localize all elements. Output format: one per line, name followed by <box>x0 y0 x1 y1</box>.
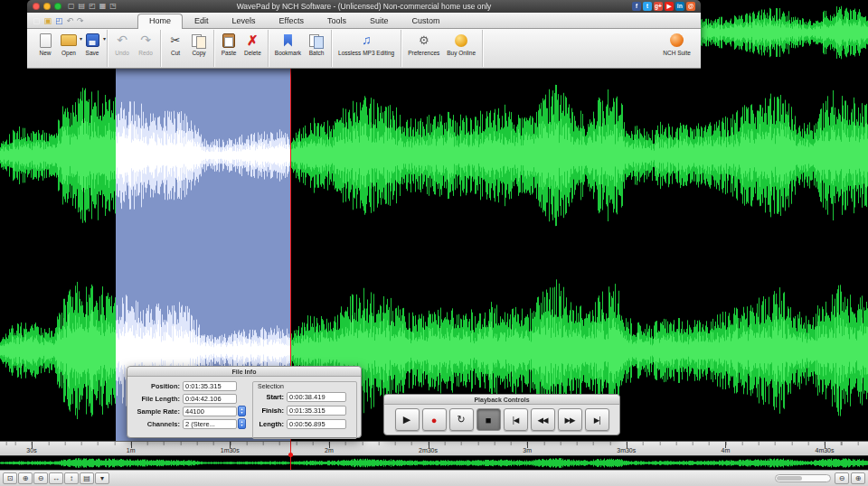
paste-label: Paste <box>222 50 237 56</box>
copy-button[interactable]: Copy <box>187 31 211 66</box>
view-mode-button[interactable]: ▤ <box>80 472 94 484</box>
close-button[interactable] <box>33 3 40 10</box>
zoom-in-horizontal-button[interactable]: ⊕ <box>18 472 33 484</box>
rewind-button[interactable]: ◀◀ <box>531 408 555 431</box>
delete-button[interactable]: ✗Delete <box>241 31 265 66</box>
zoom-in-button[interactable]: ⊕ <box>851 472 865 484</box>
cut-button[interactable]: ✂Cut <box>164 31 187 66</box>
open-folder-icon[interactable]: ▤ <box>79 1 86 12</box>
horizontal-scrollbar[interactable] <box>775 474 831 482</box>
minimize-button[interactable] <box>43 3 51 10</box>
save-file-icon[interactable]: ◰ <box>89 1 96 12</box>
zoom-vertical-button[interactable]: ↕ <box>64 472 79 484</box>
buy-icon <box>453 33 469 48</box>
twitter-icon[interactable]: t <box>643 2 652 11</box>
email-icon[interactable]: @ <box>686 2 695 11</box>
save-button[interactable]: ▾Save <box>80 31 104 66</box>
zoom-buttons: ⊡⊕⊖↔↕▤▾ <box>3 472 109 484</box>
nch-suite-button[interactable]: NCH Suite <box>659 31 694 66</box>
playback-buttons: ▶●↻■|◀◀◀▶▶▶| <box>384 405 619 431</box>
quick-access-toolbar: ▢▣◰↶↷ <box>33 15 84 26</box>
new-label: New <box>39 50 51 56</box>
fast-forward-button[interactable]: ▶▶ <box>558 408 582 431</box>
sample-rate-stepper[interactable]: ▴▾ <box>238 406 246 416</box>
bookmark-button[interactable]: Bookmark <box>271 31 305 66</box>
save-quick-icon[interactable]: ◰ <box>55 15 63 26</box>
toolbar-group-file: New▾Open▾Save <box>31 30 108 67</box>
nch-suite-label: NCH Suite <box>663 50 691 56</box>
length-label: Length: <box>255 420 284 428</box>
tab-custom[interactable]: Custom <box>400 14 451 29</box>
position-value[interactable]: 0:01:35.315 <box>183 381 237 391</box>
lossless-mp3-editing-button[interactable]: ♫Lossless MP3 Editing <box>335 31 398 66</box>
file-length-value[interactable]: 0:04:42.106 <box>183 394 237 404</box>
open-file-quick-icon[interactable]: ▣ <box>44 15 52 26</box>
tab-tools[interactable]: Tools <box>316 14 358 29</box>
navigator-waveform[interactable] <box>0 456 868 470</box>
titlebar-quick-icons: ▢▤◰▦◳ <box>68 1 117 12</box>
tab-edit[interactable]: Edit <box>183 14 221 29</box>
zoom-to-selection-button[interactable]: ⊡ <box>3 472 17 484</box>
record-button[interactable]: ● <box>422 408 447 431</box>
new-document-quick-icon[interactable]: ▢ <box>33 15 41 26</box>
more-options-button[interactable]: ▾ <box>95 472 109 484</box>
playhead-marker[interactable] <box>288 453 293 457</box>
buy-online-button[interactable]: Buy Online <box>443 31 479 66</box>
zoom-out-button[interactable]: ⊖ <box>835 472 849 484</box>
lossless-mp3-editing-label: Lossless MP3 Editing <box>338 50 394 56</box>
google-plus-icon[interactable]: g+ <box>654 2 663 11</box>
linkedin-icon[interactable]: in <box>675 2 684 11</box>
window-titlebar[interactable]: ▢▤◰▦◳ WavePad by NCH Software - (Unlicen… <box>27 0 701 13</box>
undo-quick-icon[interactable]: ↶ <box>67 15 74 26</box>
preferences-button[interactable]: ⚙Preferences <box>404 31 443 66</box>
length-value[interactable]: 0:00:56.895 <box>287 419 346 429</box>
zoom-fit-button[interactable]: ↔ <box>49 472 63 484</box>
youtube-icon[interactable]: ▶ <box>665 2 674 11</box>
toolbar-right: NCH Suite <box>656 30 697 67</box>
file-length-label: File Length: <box>131 395 180 403</box>
sample-rate-value[interactable]: 44100 <box>183 407 237 416</box>
tab-suite[interactable]: Suite <box>358 14 401 29</box>
new-button[interactable]: New <box>33 31 57 66</box>
window-controls <box>33 3 61 10</box>
ribbon-toolbar: New▾Open▾Save↶Undo↷Redo✂CutCopyPaste✗Del… <box>27 29 701 69</box>
paste-button[interactable]: Paste <box>217 31 241 66</box>
dropdown-caret-icon[interactable]: ▾ <box>103 32 106 47</box>
stepper-down-icon[interactable]: ▾ <box>241 424 242 427</box>
file-info-titlebar[interactable]: File Info <box>127 367 361 377</box>
channels-value[interactable]: 2 (Stere... <box>183 419 237 429</box>
tab-levels[interactable]: Levels <box>221 14 268 29</box>
file-info-body: Position:0:01:35.315File Length:0:04:42.… <box>127 377 361 430</box>
timeline-ruler[interactable]: 30s1m1m30s2m2m30s3m3m30s4m4m30s <box>0 441 868 455</box>
undo-icon: ↶ <box>114 33 130 48</box>
open-button[interactable]: ▾Open <box>57 31 80 66</box>
tab-effects[interactable]: Effects <box>268 14 316 29</box>
print-icon[interactable]: ▦ <box>99 1 107 12</box>
facebook-icon[interactable]: f <box>632 2 641 11</box>
stepper-down-icon[interactable]: ▾ <box>241 411 242 415</box>
preferences-label: Preferences <box>408 50 439 56</box>
play-button[interactable]: ▶ <box>395 408 420 431</box>
start-value[interactable]: 0:00:38.419 <box>287 392 346 402</box>
stop-button[interactable]: ■ <box>476 408 501 431</box>
zoom-out-horizontal-button[interactable]: ⊖ <box>33 472 48 484</box>
horizontal-scrollbar-thumb[interactable] <box>777 476 802 481</box>
share-icon[interactable]: ◳ <box>109 1 117 12</box>
loop-button[interactable]: ↻ <box>449 408 474 431</box>
selection-row: Start:0:00:38.419 <box>253 390 356 404</box>
finish-value[interactable]: 0:01:35.315 <box>287 406 346 416</box>
batch-button[interactable]: Batch <box>305 31 328 66</box>
ruler-label: 30s <box>26 447 36 453</box>
channels-stepper[interactable]: ▴▾ <box>238 418 246 429</box>
navigator-strip[interactable] <box>0 455 868 470</box>
zoom-button[interactable] <box>54 3 61 10</box>
skip-to-start-button[interactable]: |◀ <box>504 408 528 431</box>
nch-suite-icon <box>669 33 685 48</box>
dropdown-caret-icon[interactable]: ▾ <box>80 32 82 47</box>
tab-home[interactable]: Home <box>137 14 183 29</box>
ribbon-tabs: HomeEditLevelsEffectsToolsSuiteCustom <box>137 14 451 29</box>
playback-controls-titlebar[interactable]: Playback Controls <box>384 395 619 405</box>
redo-quick-icon[interactable]: ↷ <box>77 15 84 26</box>
new-document-icon[interactable]: ▢ <box>68 1 75 12</box>
skip-to-end-button[interactable]: ▶| <box>585 408 609 431</box>
